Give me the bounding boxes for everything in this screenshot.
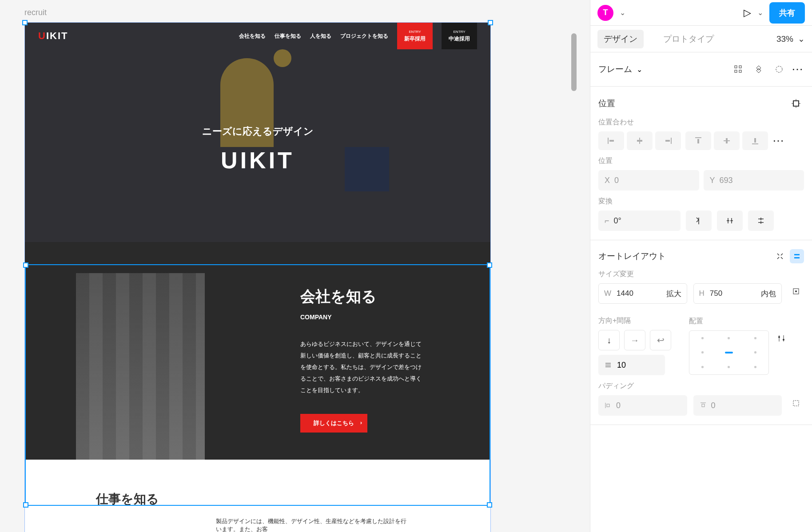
svg-rect-0 [735,66,737,68]
more-icon[interactable]: ⋯ [772,134,785,148]
flip-vert-icon[interactable] [748,210,774,231]
svg-rect-21 [726,138,728,143]
canvas-area[interactable]: recruit UIKIT 会社を知る 仕事を知る 人を知る プロジェクトを知る… [0,0,590,532]
company-text-block: 会社を知る COMPANY あらゆるビジネスにおいて、デザインを通じて新しい価値… [300,286,425,433]
y-value: 693 [720,176,733,185]
align-left-button[interactable] [598,131,624,150]
padding-v-icon [700,402,707,409]
height-input[interactable]: H 750 内包 [693,283,782,304]
svg-rect-23 [754,138,756,143]
dir-wrap-button[interactable]: ↩ [650,330,671,350]
share-button[interactable]: 共有 [769,2,805,24]
alignment-grid[interactable] [689,330,769,375]
avatar[interactable]: T [597,5,613,21]
svg-rect-13 [609,140,614,142]
angle-icon: ⌐ [605,216,609,226]
panel-tabs: デザイン プロトタイプ 33%⌄ [590,26,812,52]
individual-padding-icon[interactable] [788,395,804,411]
logo-rest: IKIT [46,30,68,41]
company-en-label: COMPANY [300,314,425,321]
chevron-down-icon[interactable]: ⌄ [637,65,642,74]
x-value: 0 [614,176,619,185]
rotation-input[interactable]: ⌐0° [598,210,681,231]
svg-rect-19 [697,139,699,143]
svg-point-34 [783,339,784,341]
svg-rect-39 [793,401,799,406]
nav-link: プロジェクトを知る [340,32,388,40]
svg-point-32 [778,336,780,338]
nav-link: 仕事を知る [275,32,301,40]
grid-icon[interactable] [730,61,746,77]
selected-artboard[interactable]: UIKIT 会社を知る 仕事を知る 人を知る プロジェクトを知る ENTRY 新… [24,22,491,532]
component-icon[interactable] [751,61,767,77]
padding-label: パディング [598,381,804,391]
width-input[interactable]: W 1440 拡大 [598,283,687,304]
work-heading: 仕事を知る [96,491,419,508]
rotation-value: 0° [614,216,621,226]
y-input[interactable]: Y693 [704,170,804,191]
svg-point-6 [776,66,782,72]
svg-rect-36 [607,404,609,407]
entry-mid-career-button: ENTRY 中途採用 [442,23,477,49]
collapse-icon[interactable] [773,249,787,263]
resize-label: サイズ変更 [598,270,804,279]
align-vcenter-button[interactable] [714,131,740,150]
settings-icon[interactable] [773,330,789,346]
logo-u: U [38,30,46,41]
reset-icon[interactable] [771,61,787,77]
autolayout-section: オートレイアウト サイズ変更 W 1440 拡大 H 750 内包 方向+間隔 [590,240,812,425]
company-heading: 会社を知る [300,286,425,307]
svg-rect-2 [735,70,737,72]
align-bottom-button[interactable] [742,131,768,150]
entry-main: 新卒採用 [404,35,426,43]
position-section: 位置 位置合わせ ⋯ 位置 X0 Y693 変換 ⌐0° [590,87,812,240]
company-body: あらゆるビジネスにおいて、デザインを通じて新しい価値を創造し、顧客と共に成長する… [300,338,425,396]
chevron-down-icon: ⌄ [798,34,805,44]
flip-h-icon[interactable] [717,210,743,231]
padding-v-input[interactable]: 0 [693,395,782,416]
align-right-button[interactable] [655,131,681,150]
hero-subtitle: ニーズに応えるデザイン [25,125,490,138]
w-mode: 拡大 [666,289,681,299]
h-label: H [699,289,705,298]
align-hcenter-button[interactable] [627,131,653,150]
align-label: 配置 [689,317,789,326]
frame-name-label[interactable]: recruit [24,8,47,17]
flip-v-icon[interactable] [686,210,712,231]
zoom-dropdown[interactable]: 33%⌄ [776,34,805,44]
gap-value: 10 [617,361,626,370]
dir-vertical-button[interactable]: ↓ [598,330,620,350]
entry-label: ENTRY [454,30,466,34]
play-icon[interactable]: ▷ [744,7,751,19]
y-label: Y [710,176,715,185]
chevron-down-icon[interactable]: ⌄ [620,8,625,17]
work-section: 仕事を知る 製品デザインには、機能性、デザイン性、生産性などを考慮した設計を行い… [25,460,490,532]
hero-section: UIKIT 会社を知る 仕事を知る 人を知る プロジェクトを知る ENTRY 新… [25,23,490,242]
transform-label: 変換 [598,197,804,206]
svg-rect-25 [794,257,800,258]
top-nav: UIKIT 会社を知る 仕事を知る 人を知る プロジェクトを知る ENTRY 新… [25,23,490,49]
tab-design[interactable]: デザイン [597,30,644,48]
svg-rect-24 [794,254,800,255]
x-input[interactable]: X0 [598,170,699,191]
chevron-down-icon[interactable]: ⌄ [757,8,763,17]
svg-rect-17 [665,140,670,142]
w-value: 1440 [617,289,633,298]
tab-prototype[interactable]: プロトタイプ [657,30,720,48]
svg-rect-7 [793,101,799,106]
more-icon[interactable]: ⋯ [792,63,804,76]
padding-h-input[interactable]: 0 [598,395,687,416]
entry-label: ENTRY [409,30,421,34]
constraint-icon[interactable] [788,283,804,299]
nav-link: 会社を知る [239,32,266,40]
gap-icon [605,361,612,369]
svg-rect-1 [739,66,741,68]
dir-horizontal-button[interactable]: → [624,330,645,350]
align-top-button[interactable] [685,131,711,150]
autolayout-mode-icon[interactable] [790,249,804,263]
nav-link: 人を知る [310,32,331,40]
canvas-scrollbar[interactable] [571,33,577,91]
target-icon[interactable] [788,95,804,111]
gap-input[interactable]: 10 [598,355,665,375]
frame-section: フレーム ⌄ ⋯ [590,52,812,87]
